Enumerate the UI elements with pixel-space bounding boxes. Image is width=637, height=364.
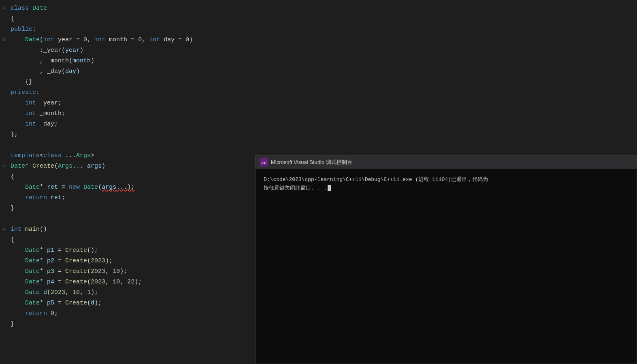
token: _month; (36, 110, 65, 117)
token: ( (47, 289, 51, 296)
code-line: { (0, 172, 255, 182)
code-line (0, 214, 255, 224)
token: , (65, 289, 72, 296)
token: template (11, 152, 40, 159)
token: ( (87, 279, 91, 285)
token: args (102, 184, 116, 191)
token: _year; (36, 100, 62, 106)
token: ( (87, 268, 91, 275)
token: Date (32, 5, 47, 12)
token: Date (25, 258, 40, 264)
token: ) (76, 68, 80, 75)
token: * (40, 258, 47, 264)
token: Date (25, 184, 40, 191)
token (11, 121, 25, 128)
token: Create (65, 300, 87, 307)
line-content: { (9, 235, 255, 245)
token: args (87, 163, 102, 170)
token: ret (47, 184, 58, 191)
code-line: int _year; (0, 98, 255, 109)
token: int (43, 36, 54, 43)
code-line: Date* p2 = Create(2023); (0, 256, 255, 266)
token: Date (25, 289, 40, 296)
token: ) (91, 57, 94, 64)
token: new (69, 184, 80, 191)
token: ); (91, 289, 98, 296)
token: ( (87, 300, 91, 307)
token: , (142, 36, 149, 43)
token: = (58, 184, 69, 191)
token: , (87, 36, 94, 43)
token (40, 289, 43, 296)
line-content: Date(int year = 0, int month = 0, int da… (9, 35, 255, 45)
line-content: }; (9, 130, 255, 140)
code-line: , _day(day) (0, 66, 255, 77)
token: day = (160, 36, 185, 43)
token: * (40, 300, 47, 307)
line-content: Date* p3 = Create(2023, 10); (9, 266, 255, 277)
token: int (25, 121, 36, 128)
code-line: Date* p1 = Create(); (0, 245, 255, 256)
token: p2 (47, 258, 54, 264)
token: ... (72, 163, 87, 170)
code-line: { (0, 235, 255, 245)
token: 10 (72, 289, 80, 296)
code-line: Date d(2023, 10, 1); (0, 287, 255, 298)
line-content: class Date (9, 3, 255, 14)
code-line: }; (0, 130, 255, 140)
token (11, 247, 25, 254)
code-line: ⊟class Date (0, 3, 255, 14)
console-title: Microsoft Visual Studio 调试控制台 (271, 159, 352, 166)
token (80, 184, 83, 191)
token: p1 (47, 247, 54, 254)
token: class (43, 152, 62, 159)
token: Create (65, 247, 87, 254)
token: , (105, 279, 113, 285)
token: ret (51, 194, 62, 201)
line-content: Date* p2 = Create(2023); (9, 256, 255, 266)
token: _day; (36, 121, 58, 128)
token (11, 110, 25, 117)
token: ) (102, 163, 105, 170)
line-gutter: ⊟ (3, 224, 9, 235)
console-titlebar: cv Microsoft Visual Studio 调试控制台 (256, 155, 637, 169)
token: 2023 (51, 289, 65, 296)
token: 0 (83, 36, 87, 43)
code-line: template<class ...Args> (0, 151, 255, 161)
token: () (40, 226, 47, 233)
token: p3 (47, 268, 54, 275)
token: 0 (185, 36, 189, 43)
line-content: int main() (9, 224, 255, 235)
token: ; (54, 310, 58, 317)
token: ( (69, 57, 72, 64)
token: 2023 (91, 268, 105, 275)
token: ); (105, 258, 113, 264)
line-gutter: ⊟ (3, 3, 9, 14)
token: Date (11, 163, 25, 170)
code-line (0, 140, 255, 151)
vs-icon: cv (260, 158, 268, 166)
line-content: return ret; (9, 193, 255, 203)
token: d (43, 289, 47, 296)
token: ( (62, 68, 65, 75)
token: main (25, 226, 40, 233)
token: 2023 (91, 258, 105, 264)
token (11, 289, 25, 296)
token: : (32, 26, 36, 33)
code-line: ⊟int main() (0, 224, 255, 235)
token: ...); (116, 184, 134, 191)
token: ); (120, 268, 127, 275)
console-wait-line: 按任意键关闭此窗口. . . (264, 184, 628, 193)
code-line: :_year(year) (0, 45, 255, 56)
token: * (25, 163, 32, 170)
token: * (40, 184, 47, 191)
token: * (40, 247, 47, 254)
code-line: } (0, 319, 255, 330)
token: 10 (113, 279, 120, 285)
token: , (105, 268, 113, 275)
code-line: Date* p4 = Create(2023, 10, 22); (0, 277, 255, 287)
token: = (54, 247, 65, 254)
console-path-line: D:\code\2023\cpp-learning\C++11\Debug\C+… (264, 176, 628, 184)
token: 2023 (91, 279, 105, 285)
token: int (25, 110, 36, 117)
